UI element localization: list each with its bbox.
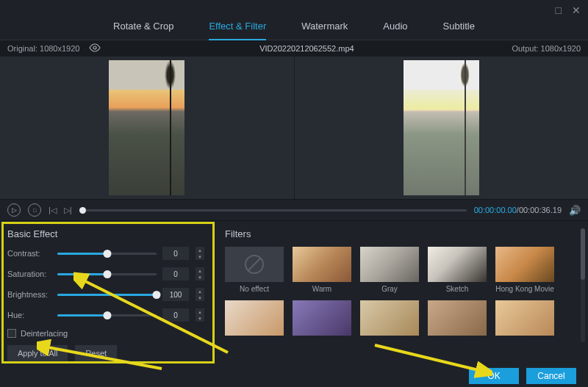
hue-value[interactable]: 0: [162, 308, 189, 322]
ok-button[interactable]: OK: [469, 368, 519, 384]
playback-bar: ▷ □ |◁ ▷| 00:00:00.00/00:00:36.19 🔊: [0, 199, 588, 221]
tab-effect-filter[interactable]: Effect & Filter: [209, 21, 266, 40]
tab-audio[interactable]: Audio: [383, 21, 407, 40]
filters-scrollbar[interactable]: [581, 228, 585, 342]
basic-effect-title: Basic Effect: [7, 228, 204, 239]
tab-rotate-crop[interactable]: Rotate & Crop: [113, 21, 173, 40]
filter-item[interactable]: [360, 300, 419, 336]
no-effect-icon: [245, 255, 264, 274]
time-total: /00:00:36.19: [517, 206, 562, 214]
brightness-label: Brightness:: [7, 290, 51, 299]
contrast-spinner[interactable]: ▲▼: [196, 247, 204, 260]
saturation-value[interactable]: 0: [162, 267, 189, 281]
stop-button[interactable]: □: [28, 203, 41, 217]
close-button[interactable]: ✕: [572, 4, 581, 16]
basic-effect-panel: Basic Effect Contrast: 0 ▲▼ Saturation: …: [0, 221, 212, 365]
tab-watermark[interactable]: Watermark: [301, 21, 348, 40]
contrast-value[interactable]: 0: [162, 247, 189, 260]
preview-original: [0, 57, 294, 199]
time-current: 00:00:00.00: [474, 206, 517, 214]
filename: VID20220212062552.mp4: [101, 44, 512, 53]
filter-item[interactable]: [495, 300, 554, 336]
preview-area: [0, 57, 588, 199]
timeline-slider[interactable]: [79, 209, 467, 211]
brightness-slider[interactable]: [57, 294, 157, 296]
hue-slider[interactable]: [57, 314, 157, 317]
filter-warm[interactable]: Warm: [293, 247, 351, 293]
hue-spinner[interactable]: ▲▼: [196, 308, 204, 322]
footer: OK Cancel: [0, 365, 588, 387]
play-button[interactable]: ▷: [7, 203, 21, 217]
prev-frame-button[interactable]: |◁: [49, 206, 57, 215]
brightness-spinner[interactable]: ▲▼: [196, 288, 204, 301]
filter-item[interactable]: [293, 300, 351, 336]
filter-item[interactable]: [225, 300, 284, 336]
tab-subtitle[interactable]: Subtitle: [443, 21, 475, 40]
filter-item[interactable]: [428, 300, 487, 336]
apply-to-all-button[interactable]: Apply to All: [7, 345, 68, 361]
filter-sketch[interactable]: Sketch: [428, 247, 487, 293]
info-bar: Original: 1080x1920 VID20220212062552.mp…: [0, 40, 588, 57]
maximize-button[interactable]: □: [556, 4, 562, 16]
preview-output: [294, 57, 589, 199]
output-thumb: [404, 60, 479, 195]
deinterlace-checkbox[interactable]: [7, 329, 16, 338]
saturation-slider[interactable]: [57, 273, 157, 275]
cancel-button[interactable]: Cancel: [526, 368, 576, 384]
saturation-label: Saturation:: [7, 270, 51, 278]
filter-gray[interactable]: Gray: [360, 247, 419, 293]
original-thumb: [109, 60, 184, 195]
tab-bar: Rotate & Crop Effect & Filter Watermark …: [0, 0, 588, 40]
contrast-label: Contrast:: [7, 249, 51, 258]
filter-no-effect[interactable]: No effect: [225, 247, 284, 293]
eye-icon[interactable]: [88, 43, 101, 54]
time-display: 00:00:00.00/00:00:36.19: [474, 206, 562, 214]
brightness-value[interactable]: 100: [162, 288, 189, 301]
hue-label: Hue:: [7, 311, 51, 319]
original-resolution: Original: 1080x1920: [7, 44, 79, 53]
contrast-slider[interactable]: [57, 253, 157, 255]
svg-point-0: [93, 46, 96, 49]
filter-hong-kong-movie[interactable]: Hong Kong Movie: [495, 247, 554, 293]
deinterlace-label: Deinterlacing: [21, 329, 68, 338]
filters-panel: Filters No effect Warm Gray Sketch Hong …: [212, 221, 588, 365]
volume-icon[interactable]: 🔊: [569, 205, 581, 216]
saturation-spinner[interactable]: ▲▼: [196, 267, 204, 281]
filters-title: Filters: [225, 228, 581, 239]
reset-button[interactable]: Reset: [75, 345, 117, 361]
next-frame-button[interactable]: ▷|: [64, 206, 72, 215]
output-resolution: Output: 1080x1920: [512, 44, 581, 53]
